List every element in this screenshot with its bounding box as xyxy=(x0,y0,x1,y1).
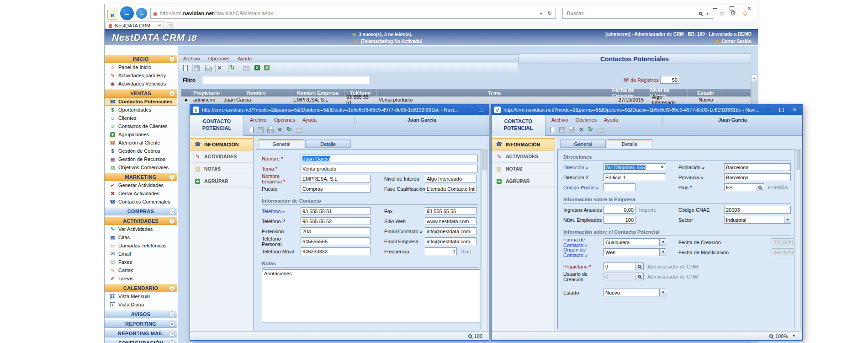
column-header[interactable]: Nombre xyxy=(222,89,291,96)
menu-item[interactable]: Ayuda xyxy=(604,117,618,123)
telpersonal-field[interactable] xyxy=(301,237,370,245)
sidebar-item[interactable]: Actividades para Hoy xyxy=(105,71,177,80)
table-cell[interactable]: Venta producto xyxy=(377,96,612,103)
chevron-down-icon[interactable]: ▼ xyxy=(659,249,667,256)
sidebar-section-header[interactable]: ACTIVIDADES xyxy=(105,217,177,225)
collapse-chevron-icon[interactable] xyxy=(169,340,175,343)
form-scrollbar[interactable] xyxy=(482,149,487,329)
sidebar-section-header[interactable]: REPORTING xyxy=(105,320,177,328)
excel-export-icon[interactable] xyxy=(254,64,261,72)
provincia-field[interactable] xyxy=(724,173,791,181)
table-cell[interactable]: EMPRESA, S.L xyxy=(291,96,344,103)
estado-select[interactable]: Nuevo▼ xyxy=(603,289,666,296)
records-input[interactable] xyxy=(660,76,679,84)
print-icon[interactable] xyxy=(568,126,576,134)
refresh-icon[interactable] xyxy=(587,126,595,134)
sidebar-item[interactable]: Vista Mensual xyxy=(105,292,177,300)
url-text[interactable]: http://crm.navidian.net/NavidianCRM/main… xyxy=(159,11,536,16)
sidebar-item[interactable]: Objetivos Comerciales xyxy=(105,163,177,172)
sidebar-section-header[interactable]: MARKETING xyxy=(105,173,177,181)
search-dropdown-icon[interactable]: ▾ xyxy=(705,11,710,16)
sidebar-item[interactable]: Agrupaciones xyxy=(105,130,177,139)
popup-nav-item[interactable]: AGRUPAR xyxy=(492,175,555,188)
menu-item[interactable]: Opciones xyxy=(208,56,229,61)
empleados-field[interactable] xyxy=(603,216,635,224)
zoom-dropdown-icon[interactable]: ▼ xyxy=(792,334,796,338)
popup-nav-item[interactable]: INFORMACIÓN xyxy=(190,138,253,150)
sidebar-item[interactable]: Citas xyxy=(105,233,177,241)
tab-general[interactable]: General xyxy=(560,139,606,148)
attach-icon[interactable] xyxy=(242,64,252,72)
search-icon[interactable] xyxy=(699,12,702,15)
emailcontacto-label[interactable]: Email Contacto » xyxy=(384,229,423,234)
popup-titlebar[interactable]: http://crm.navidian.net/?mode=2&parms=5&… xyxy=(190,105,489,115)
tab-detalle[interactable]: Detalle xyxy=(607,139,652,148)
zoom-level[interactable]: 100% xyxy=(775,333,788,339)
messages-notice[interactable]: 3 nuevo(s), 3 no leído(s). xyxy=(352,31,422,38)
chevron-down-icon[interactable]: ▼ xyxy=(659,289,667,296)
lookup-icon[interactable] xyxy=(635,273,644,280)
lookup-icon[interactable] xyxy=(635,263,644,270)
popup-titlebar[interactable]: http://crm.navidian.net/?mode=2&parms=5&… xyxy=(492,105,802,115)
zoom-level[interactable]: 100 xyxy=(474,333,482,339)
sidebar-item[interactable]: Atención al Cliente xyxy=(105,139,177,147)
direccion-field[interactable]: Av. Diagonal, 555✕ xyxy=(603,163,666,171)
new-document-icon[interactable] xyxy=(549,126,556,134)
propietario-field[interactable] xyxy=(603,263,635,270)
origen-select[interactable]: Web▼ xyxy=(603,248,666,256)
table-cell[interactable]: Algo Interesado xyxy=(650,96,688,103)
lookup-icon[interactable] xyxy=(756,183,764,191)
popup-nav-item[interactable]: ACTIVIDADES xyxy=(190,150,253,163)
column-header[interactable]: Fecha de Creación xyxy=(612,89,650,96)
menu-item[interactable]: Opciones xyxy=(576,117,597,123)
frecuencia-field[interactable] xyxy=(425,247,457,255)
poblacion-field[interactable] xyxy=(724,163,791,171)
nivel-field[interactable] xyxy=(425,175,476,182)
address-dropdown-icon[interactable]: ▾ xyxy=(539,11,544,16)
column-header[interactable]: Propietario xyxy=(191,89,222,96)
tab-general[interactable]: General xyxy=(259,139,304,148)
collapse-chevron-icon[interactable] xyxy=(169,311,175,317)
sidebar-item[interactable]: Clientes xyxy=(105,114,177,122)
telefono2-field[interactable] xyxy=(301,217,370,225)
popup-restore-icon[interactable] xyxy=(476,106,486,113)
cp-field[interactable] xyxy=(603,183,635,191)
sidebar-item[interactable]: Contactos de Clientes xyxy=(105,122,177,130)
popup-nav-item[interactable]: NOTAS xyxy=(190,163,253,175)
ingresos-field[interactable] xyxy=(603,206,635,214)
save-icon[interactable] xyxy=(257,126,265,134)
search-input[interactable] xyxy=(566,10,696,17)
close-icon[interactable] xyxy=(746,5,752,11)
popup-nav-item[interactable]: AGRUPAR xyxy=(190,175,253,188)
delete-icon[interactable] xyxy=(577,126,585,134)
sidebar-item[interactable]: Faxes xyxy=(105,258,177,266)
address-bar[interactable]: ▦ http://crm.navidian.net/NavidianCRM/ma… xyxy=(150,8,556,19)
origen-label[interactable]: Origen del Contacto » xyxy=(563,247,603,258)
poblacion-label[interactable]: Población » xyxy=(678,165,705,170)
column-header[interactable]: Estado xyxy=(688,89,724,96)
cp-label[interactable]: Código Postal » xyxy=(563,185,603,190)
pais-field[interactable] xyxy=(724,183,756,191)
sidebar-section-header[interactable]: COMPRAS xyxy=(105,207,177,215)
table-cell[interactable]: 27/10/2015 xyxy=(612,96,650,103)
collapse-chevron-icon[interactable] xyxy=(169,285,175,291)
browser-tab[interactable]: ▦ NestDATA CRM ✕ xyxy=(106,21,164,29)
print-icon[interactable] xyxy=(266,126,274,134)
nombre-field[interactable]: Juan Garcia xyxy=(301,155,478,162)
attach-icon[interactable] xyxy=(295,126,303,134)
sidebar-item[interactable]: Email xyxy=(105,250,177,258)
row-selector[interactable]: ▶ xyxy=(181,96,191,103)
sidebar-section-header[interactable]: CONFIGURACIÓN xyxy=(105,339,177,343)
sidebar-item[interactable]: Oportunidades xyxy=(105,106,177,114)
telefono-field[interactable] xyxy=(301,207,370,215)
collapse-chevron-icon[interactable] xyxy=(169,174,175,180)
minimize-icon[interactable] xyxy=(711,5,718,11)
notas-textarea[interactable]: Anotaciones xyxy=(262,269,480,322)
new-document-icon[interactable] xyxy=(181,64,189,72)
puesto-field[interactable] xyxy=(301,185,370,193)
empresa-field[interactable] xyxy=(301,175,370,182)
sidebar-item[interactable]: Vista Diaria xyxy=(105,300,177,309)
back-button[interactable]: ← xyxy=(120,6,134,20)
collapse-chevron-icon[interactable] xyxy=(169,321,175,327)
menu-item[interactable]: Archivo xyxy=(183,56,200,61)
